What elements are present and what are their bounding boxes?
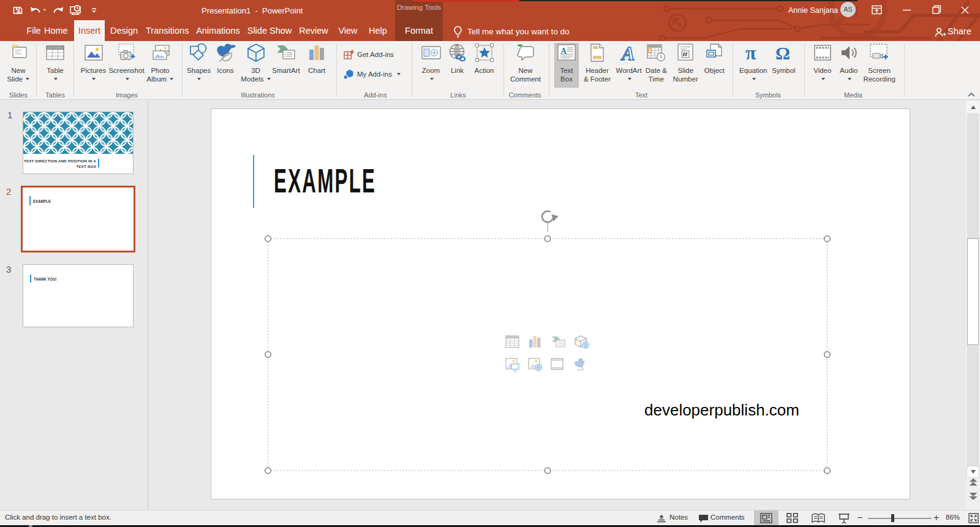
svg-text:A: A bbox=[620, 44, 635, 62]
svg-text:Ω: Ω bbox=[775, 43, 790, 63]
svg-text:π: π bbox=[745, 43, 756, 63]
